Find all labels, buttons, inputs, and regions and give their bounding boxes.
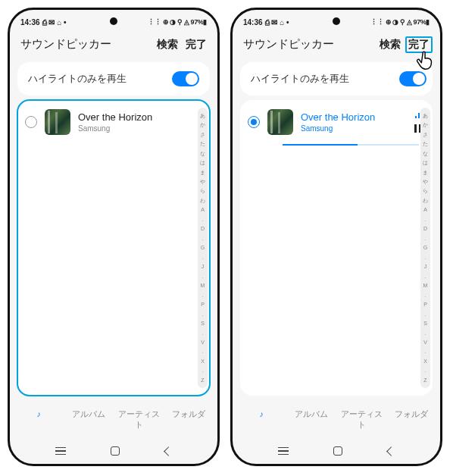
index-letter[interactable]: ら <box>200 188 205 193</box>
nav-home-icon[interactable] <box>333 446 342 456</box>
index-letter[interactable]: . <box>202 217 204 222</box>
index-letter[interactable]: は <box>200 160 205 165</box>
index-letter[interactable]: A <box>201 207 205 212</box>
index-letter[interactable]: A <box>423 207 427 212</box>
done-button[interactable]: 完了 <box>405 36 433 53</box>
highlight-only-toggle[interactable] <box>399 71 426 86</box>
index-letter[interactable]: V <box>423 340 427 345</box>
index-letter[interactable]: . <box>202 368 204 373</box>
index-letter[interactable]: か <box>200 122 205 127</box>
index-letter[interactable]: M <box>423 283 428 288</box>
alpha-index-bar[interactable]: あかさたなはまやらわA.D.G.J.M.P.S.V.X.Z <box>420 108 430 388</box>
bottom-tabs: ♪ アルバム アーティスト フォルダ <box>233 400 440 438</box>
index-letter[interactable]: . <box>425 349 426 354</box>
alpha-index-bar[interactable]: あかさたなはまやらわA.D.G.J.M.P.S.V.X.Z <box>198 108 208 388</box>
index-letter[interactable]: . <box>425 293 426 298</box>
index-letter[interactable]: . <box>425 236 426 241</box>
android-nav-bar <box>10 438 217 464</box>
bottom-tabs: ♪ アルバム アーティスト フォルダ <box>10 400 217 438</box>
status-time: 14:36 <box>20 18 40 27</box>
index-letter[interactable]: P <box>201 302 205 307</box>
nav-back-icon[interactable] <box>386 446 396 456</box>
index-letter[interactable]: M <box>201 283 205 288</box>
track-row[interactable]: Over the Horizon Samsung <box>17 100 210 144</box>
index-letter[interactable]: G <box>423 245 427 250</box>
search-button[interactable]: 検索 <box>380 38 401 52</box>
index-letter[interactable]: . <box>425 312 426 317</box>
playback-progress[interactable] <box>240 144 433 152</box>
index-letter[interactable]: . <box>425 217 426 222</box>
music-note-icon: ♪ <box>36 409 40 418</box>
highlight-only-toggle[interactable] <box>172 71 199 86</box>
index-letter[interactable]: あ <box>200 113 205 118</box>
index-letter[interactable]: D <box>423 226 427 231</box>
index-letter[interactable]: た <box>200 141 205 146</box>
index-letter[interactable]: . <box>202 312 204 317</box>
track-row[interactable]: Over the Horizon Samsung <box>240 100 433 144</box>
index-letter[interactable]: あ <box>423 113 428 118</box>
index-letter[interactable]: D <box>201 226 205 231</box>
index-letter[interactable]: ま <box>200 170 205 175</box>
highlight-only-label: ハイライトのみを再生 <box>251 72 349 86</box>
tab-albums[interactable]: アルバム <box>287 406 336 434</box>
tab-folders[interactable]: フォルダ <box>387 406 436 434</box>
album-art-icon <box>45 109 70 135</box>
index-letter[interactable]: . <box>425 274 426 279</box>
index-letter[interactable]: は <box>423 160 428 165</box>
index-letter[interactable]: . <box>202 274 204 279</box>
index-letter[interactable]: や <box>423 179 428 184</box>
index-letter[interactable]: わ <box>200 198 205 203</box>
index-letter[interactable]: な <box>423 151 428 156</box>
tab-tracks[interactable]: ♪ <box>14 406 63 434</box>
index-letter[interactable]: ま <box>423 170 428 175</box>
highlight-only-card: ハイライトのみを再生 <box>17 62 210 96</box>
index-letter[interactable]: や <box>200 179 205 184</box>
tab-folders[interactable]: フォルダ <box>164 406 213 434</box>
tab-tracks[interactable]: ♪ <box>237 406 286 434</box>
nav-recent-icon[interactable] <box>278 447 289 456</box>
index-letter[interactable]: . <box>425 330 426 336</box>
tap-pointer-icon <box>414 49 437 71</box>
tab-artists[interactable]: アーティスト <box>337 406 386 434</box>
index-letter[interactable]: J <box>202 264 205 269</box>
index-letter[interactable]: Z <box>423 377 426 383</box>
index-letter[interactable]: . <box>202 330 204 336</box>
phone-left: 14:36 ⎙ ✉ ⌂ • ⋮⋮ ⊕ ◑ ⚲ ◬ 97%▮ サウンドピッカー 検… <box>8 8 220 466</box>
status-left-icons: ⎙ ✉ ⌂ • <box>265 18 289 27</box>
index-letter[interactable]: . <box>202 349 204 354</box>
index-letter[interactable]: か <box>423 122 428 127</box>
status-time: 14:36 <box>243 18 263 27</box>
index-letter[interactable]: . <box>202 236 204 241</box>
index-letter[interactable]: J <box>424 264 427 269</box>
index-letter[interactable]: さ <box>200 132 205 137</box>
nav-home-icon[interactable] <box>111 446 120 456</box>
index-letter[interactable]: Z <box>201 377 204 383</box>
index-letter[interactable]: . <box>202 293 204 298</box>
index-letter[interactable]: ら <box>423 188 428 193</box>
index-letter[interactable]: た <box>423 141 428 146</box>
index-letter[interactable]: S <box>423 321 427 326</box>
index-letter[interactable]: . <box>425 368 426 373</box>
index-letter[interactable]: . <box>202 255 204 260</box>
index-letter[interactable]: V <box>201 340 205 345</box>
index-letter[interactable]: G <box>201 245 205 250</box>
track-radio[interactable] <box>25 116 37 128</box>
search-button[interactable]: 検索 <box>157 38 178 52</box>
index-letter[interactable]: な <box>200 151 205 156</box>
index-letter[interactable]: X <box>201 359 205 364</box>
app-header: サウンドピッカー 検索 完了 <box>10 31 217 58</box>
track-radio[interactable] <box>248 116 260 128</box>
camera-notch <box>110 17 117 25</box>
index-letter[interactable]: . <box>425 255 426 260</box>
tab-artists[interactable]: アーティスト <box>114 406 163 434</box>
done-button[interactable]: 完了 <box>186 38 207 52</box>
index-letter[interactable]: S <box>201 321 205 326</box>
track-artist: Samsung <box>301 124 405 133</box>
index-letter[interactable]: わ <box>423 198 428 203</box>
nav-back-icon[interactable] <box>164 446 173 456</box>
tab-albums[interactable]: アルバム <box>64 406 113 434</box>
index-letter[interactable]: さ <box>423 132 428 137</box>
index-letter[interactable]: P <box>423 302 427 307</box>
index-letter[interactable]: X <box>423 359 427 364</box>
nav-recent-icon[interactable] <box>55 447 66 456</box>
